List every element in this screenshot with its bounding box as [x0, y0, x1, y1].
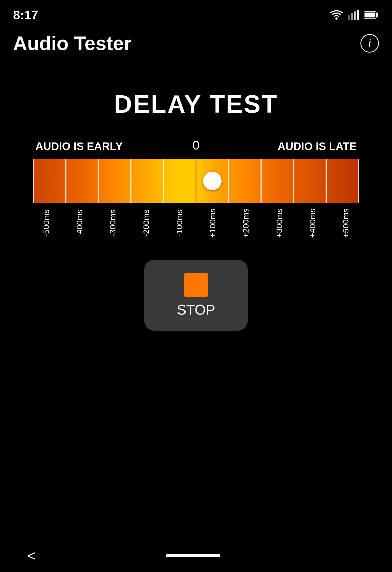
svg-rect-4	[357, 10, 359, 20]
tick-7	[261, 159, 262, 203]
tick-label-minus400: -400ms	[66, 208, 93, 238]
tick-1	[33, 159, 34, 203]
stop-label: STOP	[177, 302, 215, 318]
back-button[interactable]: <	[27, 547, 35, 564]
status-icons	[329, 10, 379, 20]
tick-center	[195, 159, 197, 203]
slider-labels-top: AUDIO IS EARLY 0 AUDIO IS LATE	[33, 140, 359, 153]
battery-icon	[364, 11, 379, 19]
main-content: DELAY TEST AUDIO IS EARLY 0 AUDIO IS LAT…	[0, 63, 392, 331]
svg-rect-6	[365, 13, 375, 17]
status-time: 8:17	[13, 8, 38, 22]
stop-button-container: STOP	[144, 260, 248, 331]
svg-rect-3	[354, 11, 356, 20]
slider-track	[33, 159, 359, 203]
status-bar: 8:17	[0, 0, 392, 27]
slider-thumb[interactable]	[203, 172, 222, 190]
slider-labels-bottom: -500ms -400ms -300ms -200ms -100ms +100m…	[33, 208, 359, 238]
tick-label-plus300: +300ms	[266, 208, 293, 238]
label-zero: 0	[192, 138, 200, 153]
svg-point-0	[335, 17, 338, 20]
svg-rect-7	[376, 13, 378, 17]
info-icon: i	[368, 37, 371, 50]
tick-label-minus200: -200ms	[133, 208, 160, 238]
tick-8	[293, 159, 294, 203]
tick-10	[358, 159, 359, 203]
tick-label-plus500: +500ms	[332, 208, 359, 238]
tick-2	[65, 159, 66, 203]
delay-test-title: DELAY TEST	[114, 90, 278, 118]
home-indicator[interactable]	[166, 554, 220, 557]
tick-label-minus500: -500ms	[33, 208, 60, 238]
tick-6	[228, 159, 229, 203]
app-title: Audio Tester	[13, 32, 131, 54]
signal-icon	[348, 10, 359, 20]
tick-label-minus300: -300ms	[99, 208, 126, 238]
slider-section: AUDIO IS EARLY 0 AUDIO IS LATE	[33, 140, 359, 238]
tick-label-plus100: +100ms	[199, 208, 226, 238]
slider-track-container[interactable]	[33, 159, 359, 203]
app-bar: Audio Tester i	[0, 27, 392, 63]
svg-rect-2	[351, 13, 353, 20]
label-audio-late: AUDIO IS LATE	[261, 140, 357, 153]
info-button[interactable]: i	[360, 34, 379, 53]
nav-bar: <	[0, 539, 392, 572]
tick-label-plus400: +400ms	[299, 208, 326, 238]
svg-rect-1	[348, 15, 350, 20]
label-audio-early: AUDIO IS EARLY	[35, 140, 131, 153]
tick-label-plus200: +200ms	[232, 208, 259, 238]
tick-3	[98, 159, 99, 203]
tick-5	[163, 159, 164, 203]
stop-button[interactable]: STOP	[144, 260, 248, 331]
tick-label-minus100: -100ms	[166, 208, 193, 238]
tick-9	[326, 159, 327, 203]
tick-4	[130, 159, 131, 203]
wifi-icon	[329, 10, 344, 20]
tick-marks	[33, 159, 359, 203]
stop-icon	[184, 273, 208, 297]
